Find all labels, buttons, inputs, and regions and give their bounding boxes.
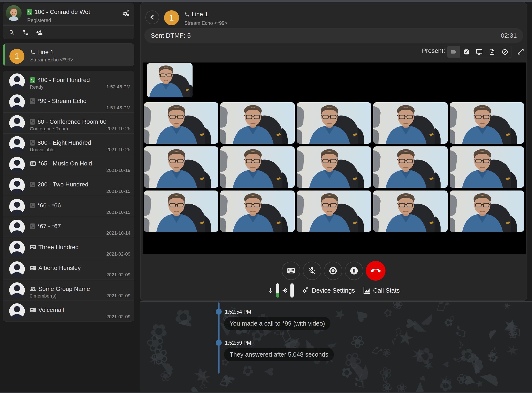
present-screen-button[interactable]: [473, 46, 486, 58]
contact-card-icon: [30, 307, 36, 313]
profile-card: 100 - Conrad de Wet Registered: [3, 3, 134, 39]
contact-timestamp: 2021-10-15: [106, 210, 130, 215]
remote-video-tile: [220, 146, 295, 188]
sidebar-line-1-item[interactable]: 1 Line 1 Stream Echo <*99>: [3, 44, 134, 66]
avatar: [6, 5, 22, 21]
profile-status: Registered: [27, 18, 51, 23]
hangup-button[interactable]: [366, 261, 386, 281]
hangup-icon: [371, 266, 381, 276]
contact-row[interactable]: *99 - Stream Echo 1:51:48 PM: [3, 92, 134, 113]
contact-timestamp: 2021-10-19: [106, 168, 130, 173]
person-add-icon: [36, 29, 43, 36]
contact-row[interactable]: *66 - *66 2021-10-15: [3, 196, 134, 217]
contact-title: *66 - *66: [37, 202, 61, 209]
contact-card-icon: [30, 160, 36, 167]
mute-button[interactable]: [303, 262, 321, 280]
contact-row[interactable]: 200 - Two Hundred 2021-10-15: [3, 175, 134, 196]
contact-avatar-icon: [9, 178, 25, 193]
record-button[interactable]: [324, 262, 342, 280]
contact-title: 200 - Two Hundred: [37, 181, 89, 188]
hold-button[interactable]: [345, 262, 363, 280]
contact-title: Voicemail: [38, 306, 64, 313]
account-settings-button[interactable]: [122, 9, 131, 18]
contact-avatar-icon: [9, 115, 25, 131]
contact-row[interactable]: Voicemail 2021-02-09: [3, 301, 134, 321]
contact-timestamp: 2021-10-25: [106, 126, 130, 131]
phone-icon: [22, 29, 29, 36]
call-timer: 02:31: [501, 32, 517, 39]
call-line-subtitle: Stream Echo <*99>: [184, 20, 228, 26]
contact-row[interactable]: Alberto Hensley 2021-02-09: [3, 259, 134, 280]
device-settings-button[interactable]: Device Settings: [302, 287, 355, 294]
app-root: 100 - Conrad de Wet Registered: [0, 0, 532, 393]
event-time: 1:52:59 PM: [225, 340, 251, 346]
video-camera-icon: [450, 49, 457, 55]
expand-video-button[interactable]: [517, 48, 525, 55]
present-scratchpad-button[interactable]: [460, 46, 473, 58]
present-camera-button[interactable]: [447, 46, 460, 58]
group-icon: [30, 286, 36, 292]
dtmf-status: Sent DTMF: 5: [151, 32, 191, 39]
remote-video-tile: [297, 146, 371, 188]
active-line-indicator: [3, 44, 5, 66]
speaker-icon: [282, 287, 288, 294]
phone-gray-icon: [30, 98, 35, 104]
file-video-icon: [489, 49, 495, 55]
contact-timestamp: 1:51:48 PM: [106, 105, 130, 111]
ban-icon: [502, 49, 508, 55]
remote-video-tile: [373, 146, 447, 188]
contact-card-icon: [30, 244, 36, 251]
remote-video-tile: [220, 191, 295, 232]
contact-avatar-icon: [9, 241, 25, 256]
contact-row[interactable]: Three Hundred 2021-02-09: [3, 238, 134, 259]
contact-timestamp: 2021-10-15: [106, 189, 130, 194]
contact-row[interactable]: 800 - Eight Hundred Unavailable 2021-10-…: [3, 133, 134, 155]
present-mode-group: [447, 46, 512, 58]
keypad-button[interactable]: [282, 262, 300, 280]
remote-video-grid: [144, 102, 525, 232]
remote-video-tile: [373, 191, 447, 232]
line-number-badge: 1: [164, 10, 179, 25]
contact-title: Alberto Hensley: [38, 265, 81, 271]
mic-off-icon: [308, 266, 317, 275]
contact-timestamp: 1:52:45 PM: [106, 84, 130, 90]
call-stats-button[interactable]: Call Stats: [363, 287, 400, 294]
event-message: They answered after 5.048 seconds: [224, 348, 334, 361]
search-icon: [9, 29, 15, 36]
contact-row[interactable]: *65 - Music On Hold 2021-10-19: [3, 154, 134, 175]
contact-title: 400 - Four Hundred: [37, 77, 90, 84]
contact-row[interactable]: Some Group Name 0 member(s) 2021-02-09: [3, 280, 134, 301]
profile-name: 100 - Conrad de Wet: [35, 9, 90, 15]
contact-subtitle: 0 member(s): [30, 293, 57, 299]
present-video-file-button[interactable]: [486, 46, 498, 58]
contact-row[interactable]: *67 - *67 2021-10-14: [3, 217, 134, 238]
phone-icon: [184, 12, 190, 17]
contact-row[interactable]: 400 - Four Hundred Ready 1:52:45 PM: [3, 71, 134, 92]
call-panel: 1 Line 1 Stream Echo <*99> Sent DTMF: 5 …: [140, 2, 527, 301]
contact-avatar-icon: [9, 74, 25, 89]
contact-avatar-icon: [9, 94, 25, 110]
remote-video-tile: [450, 146, 524, 188]
contact-title: 800 - Eight Hundred: [37, 139, 91, 146]
contact-avatar-icon: [9, 261, 25, 277]
contact-subtitle: Unavailable: [30, 147, 55, 153]
present-none-button[interactable]: [498, 46, 511, 58]
gears-icon: [302, 287, 309, 294]
search-button[interactable]: [9, 29, 15, 36]
contact-timestamp: 2021-10-25: [106, 147, 130, 152]
microphone-icon: [268, 287, 273, 294]
audio-devices-row: Device Settings Call Stats: [140, 283, 527, 298]
contact-avatar-icon: [9, 282, 25, 298]
remote-video-tile: [144, 102, 218, 144]
remote-video-tile: [373, 102, 447, 144]
contact-avatar-icon: [9, 199, 25, 215]
dial-button[interactable]: [22, 29, 29, 36]
timeline-dot: [216, 340, 222, 346]
add-contact-button[interactable]: [36, 29, 43, 36]
back-button[interactable]: [145, 10, 159, 24]
record-icon: [328, 266, 338, 275]
contact-title: *67 - *67: [37, 223, 61, 230]
remote-video-tile: [297, 102, 371, 144]
contact-row[interactable]: 60 - Conference Room 60 Conference Room …: [3, 113, 134, 133]
remote-video-tile: [297, 191, 371, 232]
